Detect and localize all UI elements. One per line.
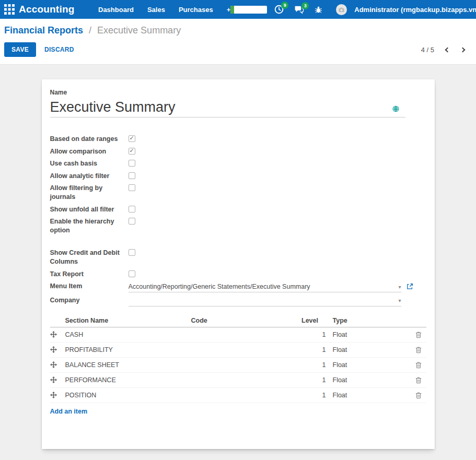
menu-item-plus[interactable]: +	[227, 6, 231, 14]
delete-row-button[interactable]	[411, 361, 426, 369]
app-title[interactable]: Accounting	[19, 4, 76, 15]
checkbox[interactable]	[129, 249, 135, 256]
lines-tbody: CASH 1 Float PROFITABILITY 1 Float	[50, 327, 426, 403]
messages-chat-icon[interactable]: 3	[294, 5, 304, 14]
checkbox-group: Show Credit and Debit Columns Tax Report	[50, 249, 426, 279]
field-label: Based on date ranges	[50, 135, 129, 144]
checkbox[interactable]	[129, 218, 135, 225]
activity-clock-icon[interactable]: 9	[274, 5, 284, 14]
table-row[interactable]: CASH 1 Float	[50, 327, 426, 343]
cell-section-name[interactable]: CASH	[65, 331, 191, 338]
checkbox[interactable]	[129, 270, 135, 277]
checkbox[interactable]	[129, 172, 135, 179]
field-label: Allow analytic filter	[50, 172, 129, 181]
cell-level[interactable]: 1	[293, 361, 328, 369]
menu-item-select[interactable]: Accounting/Reporting/Generic Statements/…	[129, 282, 401, 292]
apps-grid-icon[interactable]	[4, 2, 15, 17]
cell-section-name[interactable]: POSITION	[65, 392, 191, 399]
chevron-down-icon[interactable]: ▾	[398, 298, 401, 303]
cell-type[interactable]: Float	[328, 331, 411, 338]
cell-type[interactable]: Float	[328, 361, 411, 369]
column-header-section-name[interactable]: Section Name	[65, 317, 191, 324]
drag-handle-icon[interactable]	[50, 331, 65, 338]
cell-section-name[interactable]: PERFORMANCE	[65, 376, 191, 384]
checkbox-field-row: Tax Report	[50, 270, 426, 279]
company-select[interactable]: ▾	[129, 296, 401, 306]
cell-level[interactable]: 1	[293, 331, 328, 338]
breadcrumb-separator: /	[89, 25, 91, 36]
field-label: Show Credit and Debit Columns	[50, 249, 129, 266]
user-avatar[interactable]	[336, 4, 347, 15]
cell-type[interactable]: Float	[328, 346, 411, 353]
field-label: Company	[50, 296, 129, 305]
pager: 4 / 5	[421, 46, 472, 54]
report-lines-table: Section Name Code Level Type CASH 1 Floa…	[50, 315, 426, 415]
checkbox-field-row: Show unfold all filter	[50, 205, 426, 214]
checkbox-field-row: Allow analytic filter	[50, 172, 426, 181]
cell-section-name[interactable]: PROFITABILITY	[65, 346, 191, 353]
column-header-type[interactable]: Type	[328, 317, 411, 324]
field-label: Show unfold all filter	[50, 205, 129, 214]
pager-previous-icon[interactable]	[445, 47, 450, 52]
control-panel: Financial Reports / Executive Summary SA…	[0, 19, 476, 65]
breadcrumb-current: Executive Summary	[97, 25, 181, 36]
top-navbar: Accounting Dashboard Sales Purchases + 9…	[0, 0, 476, 19]
table-row[interactable]: PERFORMANCE 1 Float	[50, 373, 426, 388]
checkbox-group: Based on date ranges Allow comparison Us…	[50, 135, 426, 235]
menu-item-field-row: Menu Item Accounting/Reporting/Generic S…	[50, 282, 426, 292]
checkbox-groups: Based on date ranges Allow comparison Us…	[50, 135, 426, 279]
table-row[interactable]: BALANCE SHEET 1 Float	[50, 358, 426, 373]
cell-section-name[interactable]: BALANCE SHEET	[65, 361, 191, 369]
translate-globe-icon[interactable]	[392, 105, 399, 112]
discard-button[interactable]: DISCARD	[44, 46, 74, 53]
checkbox[interactable]	[129, 184, 135, 191]
breadcrumb-parent-link[interactable]: Financial Reports	[4, 25, 83, 36]
delete-row-button[interactable]	[411, 376, 426, 384]
chevron-down-icon[interactable]: ▾	[398, 284, 401, 290]
drag-handle-icon[interactable]	[50, 361, 65, 368]
table-row[interactable]: PROFITABILITY 1 Float	[50, 343, 426, 358]
external-link-icon[interactable]	[407, 283, 413, 290]
checkbox-field-row: Allow comparison	[50, 147, 426, 156]
debug-bug-icon[interactable]	[315, 6, 322, 14]
checkbox-field-row: Use cash basis	[50, 159, 426, 168]
navbar-menu: Dashboard Sales Purchases +	[98, 6, 230, 14]
table-row[interactable]: POSITION 1 Float	[50, 388, 426, 403]
pager-next-icon[interactable]	[460, 47, 466, 52]
breadcrumb: Financial Reports / Executive Summary	[4, 25, 472, 36]
cell-level[interactable]: 1	[293, 346, 328, 353]
checkbox-field-row: Based on date ranges	[50, 135, 426, 144]
menu-item-value: Accounting/Reporting/Generic Statements/…	[129, 283, 396, 290]
name-input[interactable]: Executive Summary	[50, 97, 405, 117]
menu-item-dashboard[interactable]: Dashboard	[98, 6, 134, 14]
drag-handle-icon[interactable]	[50, 392, 65, 398]
company-field-row: Company ▾	[50, 296, 426, 306]
drag-handle-icon[interactable]	[50, 346, 65, 353]
activity-count-badge: 9	[281, 2, 288, 9]
checkbox[interactable]	[129, 206, 135, 213]
column-header-level[interactable]: Level	[293, 317, 328, 324]
column-header-code[interactable]: Code	[191, 317, 293, 324]
cell-level[interactable]: 1	[293, 376, 328, 384]
add-an-item-link[interactable]: Add an item	[50, 408, 88, 415]
cell-type[interactable]: Float	[328, 392, 411, 399]
delete-row-button[interactable]	[411, 346, 426, 353]
field-label: Tax Report	[50, 270, 129, 279]
checkbox-field-row: Show Credit and Debit Columns	[50, 249, 426, 266]
form-sheet: Name Executive Summary Based on date ran…	[42, 79, 435, 449]
checkbox[interactable]	[129, 135, 135, 142]
menu-item-purchases[interactable]: Purchases	[179, 6, 213, 14]
delete-row-button[interactable]	[411, 331, 426, 338]
delete-row-button[interactable]	[411, 392, 426, 399]
cell-level[interactable]: 1	[293, 392, 328, 399]
save-button[interactable]: SAVE	[4, 42, 36, 57]
checkbox[interactable]	[129, 160, 135, 167]
navbar-systray: 9 3 Administrator (rmgbackup.bizapps.vn)	[230, 4, 476, 15]
field-label: Menu Item	[50, 282, 129, 291]
cell-type[interactable]: Float	[328, 376, 411, 384]
message-count-badge: 3	[301, 2, 309, 9]
menu-item-sales[interactable]: Sales	[147, 6, 165, 14]
user-menu[interactable]: Administrator (rmgbackup.bizapps.vn)	[354, 6, 476, 14]
checkbox[interactable]	[129, 148, 135, 155]
drag-handle-icon[interactable]	[50, 376, 65, 383]
